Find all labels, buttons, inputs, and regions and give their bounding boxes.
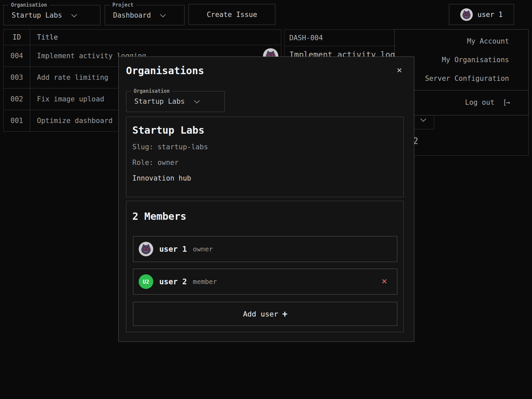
menu-item-server-configuration[interactable]: Server Configuration: [395, 69, 528, 88]
issue-title: Optimize dashboard: [37, 117, 113, 125]
plus-icon: +: [282, 309, 288, 319]
create-issue-button[interactable]: Create Issue: [189, 4, 275, 25]
org-selector-value: Startup Labs: [12, 11, 62, 19]
project-selector-label: Project: [110, 2, 136, 8]
menu-item-my-account[interactable]: My Account: [395, 32, 528, 51]
menu-item-log-out[interactable]: Log out [→: [395, 90, 528, 114]
org-slug: Slug: startup-labs: [132, 139, 403, 155]
issue-id: 004: [4, 45, 30, 66]
issue-id: 002: [4, 88, 30, 110]
user-dropdown-menu: My Account My Organisations Server Confi…: [394, 29, 529, 115]
list-item: U2 user 2 member ✕: [133, 269, 397, 295]
add-user-label: Add user: [243, 310, 278, 318]
org-selector[interactable]: Startup Labs: [4, 8, 100, 19]
issues-table-header: ID Title: [4, 30, 281, 45]
user-menu-button[interactable]: user 1: [449, 4, 514, 25]
members-section: 2 Members user 1 owner U2 user 2 member …: [126, 201, 404, 332]
member-name: user 2: [159, 277, 187, 286]
user-avatar-icon: [460, 8, 473, 21]
column-header-title: Title: [30, 30, 281, 45]
org-role: Role: owner: [132, 155, 403, 170]
add-user-button[interactable]: Add user +: [133, 302, 397, 326]
project-selector-field: Project Dashboard: [105, 2, 185, 25]
member-badge: U2: [139, 274, 153, 289]
org-card: Startup Labs Slug: startup-labs Role: ow…: [126, 117, 404, 197]
column-header-id: ID: [4, 30, 30, 45]
modal-title: Organisations: [126, 65, 204, 76]
issue-id: 001: [4, 110, 30, 131]
chevron-down-icon: [420, 117, 427, 123]
issue-key: DASH-004: [285, 30, 400, 46]
issue-id: 003: [4, 67, 30, 88]
log-out-label: Log out: [465, 98, 495, 106]
members-heading: 2 Members: [132, 210, 187, 222]
menu-item-my-organisations[interactable]: My Organisations: [395, 51, 528, 69]
member-role: member: [193, 278, 217, 286]
organisations-modal: Organisations ✕ Organisation Startup Lab…: [118, 57, 414, 342]
chevron-down-icon: [71, 11, 77, 19]
org-description: Innovation hub: [132, 170, 403, 186]
modal-org-selector-field: Organisation Startup Labs: [126, 88, 225, 112]
modal-org-selector-value: Startup Labs: [134, 97, 185, 105]
modal-org-selector[interactable]: Startup Labs: [126, 94, 224, 105]
user-menu-label: user 1: [477, 11, 503, 19]
member-avatar-icon: [139, 242, 153, 256]
remove-member-icon[interactable]: ✕: [382, 276, 387, 285]
list-item: user 1 owner: [133, 236, 397, 262]
chevron-down-icon: [160, 11, 166, 19]
project-selector[interactable]: Dashboard: [105, 8, 184, 19]
org-selector-field: Organisation Startup Labs: [3, 2, 100, 25]
modal-org-selector-label: Organisation: [131, 88, 172, 94]
chevron-down-icon: [194, 97, 200, 105]
project-selector-value: Dashboard: [113, 11, 151, 19]
member-role: owner: [193, 245, 213, 253]
org-selector-label: Organisation: [8, 2, 50, 8]
org-name: Startup Labs: [132, 124, 403, 139]
close-icon[interactable]: ✕: [397, 66, 402, 74]
issue-title: Add rate limiting: [37, 73, 108, 81]
issue-title: Fix image upload: [37, 95, 104, 103]
member-name: user 1: [159, 245, 187, 253]
logout-icon: [→: [503, 98, 509, 106]
